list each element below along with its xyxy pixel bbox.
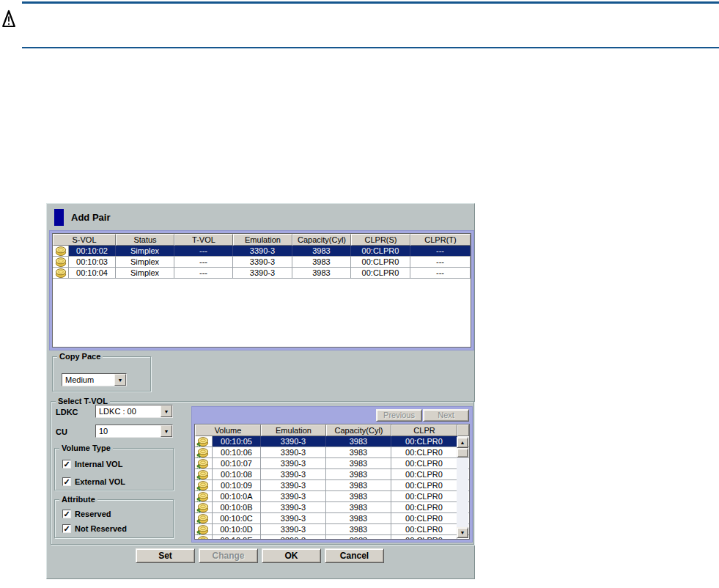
reserved-volume-icon: s [195,469,213,479]
svg-text:s: s [196,528,201,534]
cell-clpr: 00:CLPR0 [391,458,457,468]
svg-text:s: s [196,462,201,468]
external-vol-label: External VOL [75,477,125,486]
cell-status: Simplex [116,246,174,256]
cell-volume: 00:10:09 [213,480,261,490]
reserved-volume-icon: s [195,535,213,540]
table-row[interactable]: s00:10:0D3390-3398300:CLPR0 [195,524,469,535]
external-vol-option[interactable]: ✓ External VOL [62,477,125,486]
not-reserved-checkbox[interactable]: ✓ [62,524,71,533]
cell-capacity: 3983 [326,513,391,523]
table-row[interactable]: s00:10:0B3390-3398300:CLPR0 [195,502,469,513]
internal-vol-checkbox[interactable]: ✓ [62,460,71,468]
table-row[interactable]: s00:10:083390-3398300:CLPR0 [195,469,469,480]
cancel-button[interactable]: Cancel [325,548,384,563]
volume-icon [53,257,69,267]
svol-table-header: S-VOLStatusT-VOLEmulationCapacity(Cyl)CL… [53,234,471,246]
attribute-group-label: Attribute [59,495,97,504]
column-header: Capacity(Cyl) [326,425,391,436]
cell-capacity: 3983 [326,447,391,457]
copy-pace-group: Copy Pace Medium ▼ [52,356,151,392]
ok-button[interactable]: OK [262,548,321,563]
cell-emulation: 3390-3 [261,458,326,468]
next-button[interactable]: Next [423,409,469,422]
cell-emulation: 3390-3 [261,480,326,490]
cell-emulation: 3390-3 [261,524,326,534]
chevron-down-icon[interactable]: ▼ [114,374,126,386]
copy-pace-select[interactable]: Medium ▼ [62,373,127,386]
cell-clpr_s: 00:CLPR0 [351,257,410,267]
cell-clpr: 00:CLPR0 [391,513,457,523]
previous-button[interactable]: Previous [376,409,422,422]
scroll-down-icon[interactable]: ▼ [457,527,468,538]
column-header: T-VOL [174,234,233,246]
not-reserved-option[interactable]: ✓ Not Reserved [62,524,127,533]
vertical-scrollbar[interactable]: ▲ ▼ [457,437,468,538]
cell-tvol: --- [174,246,233,256]
table-row[interactable]: s00:10:073390-3398300:CLPR0 [195,458,469,469]
not-reserved-label: Not Reserved [75,524,127,533]
reserved-volume-icon: s [195,502,213,512]
set-button[interactable]: Set [136,548,195,563]
chevron-down-icon[interactable]: ▼ [161,405,172,417]
table-row[interactable]: 00:10:04Simplex---3390-3398300:CLPR0--- [53,268,471,279]
reserved-option[interactable]: ✓ Reserved [62,510,111,518]
cell-volume: 00:10:0E [213,535,261,540]
table-row[interactable]: s00:10:053390-3398300:CLPR0 [195,436,469,447]
cell-volume: 00:10:0C [213,513,261,523]
svg-text:s: s [196,517,201,523]
cell-tvol: --- [174,257,233,267]
svg-text:s: s [196,440,201,446]
scrollbar-thumb[interactable] [457,448,468,457]
cu-select[interactable]: 10 ▼ [95,425,173,438]
cell-volume: 00:10:08 [213,469,261,479]
table-row[interactable]: s00:10:063390-3398300:CLPR0 [195,447,469,458]
ldkc-select[interactable]: LDKC : 00 ▼ [95,405,173,418]
header-bottom-rule [22,47,719,48]
volume-icon [53,268,69,278]
internal-vol-option[interactable]: ✓ Internal VOL [62,460,122,468]
change-button[interactable]: Change [199,548,258,563]
table-row[interactable]: 00:10:02Simplex---3390-3398300:CLPR0--- [53,246,471,257]
add-pair-dialog: Add Pair S-VOLStatusT-VOLEmulationCapaci… [46,203,475,579]
table-row[interactable]: s00:10:093390-3398300:CLPR0 [195,480,469,491]
table-row[interactable]: s00:10:0E3390-3398300:CLPR0 [195,535,469,540]
cell-capacity: 3983 [292,246,351,256]
table-row[interactable]: s00:10:0C3390-3398300:CLPR0 [195,513,469,524]
reserved-volume-icon: s [195,480,213,490]
svol-table-body: 00:10:02Simplex---3390-3398300:CLPR0---0… [53,246,471,279]
cell-clpr_t: --- [410,246,471,256]
chevron-down-icon[interactable]: ▼ [161,425,172,437]
cell-volume: 00:10:07 [213,458,261,468]
internal-vol-label: Internal VOL [75,460,122,468]
ldkc-label: LDKC [56,408,78,416]
cell-emulation: 3390-3 [233,268,292,278]
cell-clpr: 00:CLPR0 [391,535,457,540]
table-row[interactable]: s00:10:0A3390-3398300:CLPR0 [195,491,469,502]
column-header: Volume [195,425,261,436]
svg-text:s: s [196,451,201,457]
cell-volume: 00:10:05 [213,436,261,446]
tvol-table-body: s00:10:053390-3398300:CLPR0s00:10:063390… [195,436,469,540]
reserved-checkbox[interactable]: ✓ [62,510,71,518]
cell-emulation: 3390-3 [261,447,326,457]
reserved-label: Reserved [75,510,111,518]
cell-clpr: 00:CLPR0 [391,436,457,446]
reserved-volume-icon: s [195,491,213,501]
cell-volume: 00:10:0B [213,502,261,512]
cell-clpr_t: --- [410,268,471,278]
copy-pace-group-label: Copy Pace [57,352,103,361]
external-vol-checkbox[interactable]: ✓ [62,477,71,486]
cell-clpr_t: --- [410,257,471,267]
warning-triangle-icon [2,10,15,29]
cell-capacity: 3983 [326,524,391,534]
table-row[interactable]: 00:10:03Simplex---3390-3398300:CLPR0--- [53,257,471,268]
svg-text:s: s [196,506,201,512]
cell-volume: 00:10:0A [213,491,261,501]
cell-capacity: 3983 [292,257,351,267]
tvol-panel: Previous Next VolumeEmulationCapacity(Cy… [191,406,473,543]
dialog-button-row: SetChangeOKCancel [136,548,384,563]
cell-capacity: 3983 [326,436,391,446]
cell-clpr_s: 00:CLPR0 [351,268,410,278]
scroll-up-icon[interactable]: ▲ [457,437,468,448]
